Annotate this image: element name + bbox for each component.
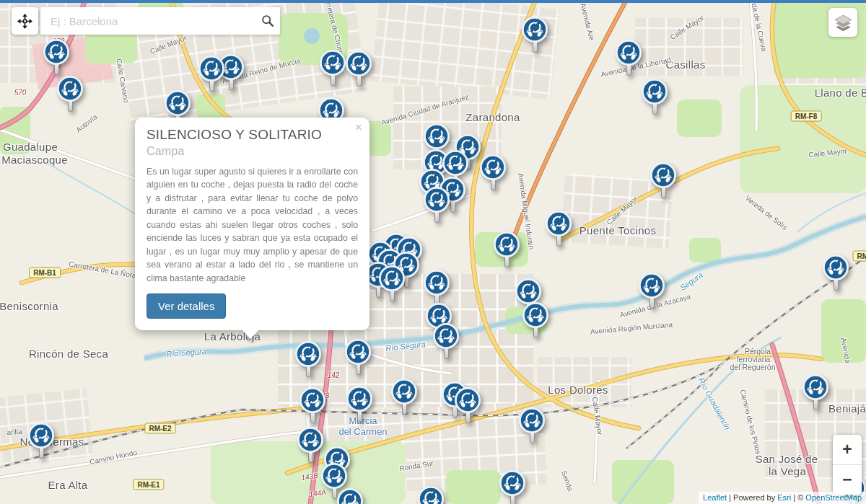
footprints-circle-icon	[299, 386, 326, 414]
footprints-circle-icon	[417, 485, 445, 504]
footprints-circle-icon	[56, 75, 84, 102]
map-marker[interactable]	[615, 39, 642, 79]
map-marker[interactable]	[299, 386, 326, 427]
place-popup: × SILENCIOSO Y SOLITARIO Campa Es un lug…	[135, 118, 369, 330]
map-marker[interactable]	[432, 322, 460, 363]
footprints-circle-icon	[545, 210, 572, 237]
footprints-circle-icon	[432, 322, 460, 350]
map-marker[interactable]	[346, 385, 373, 425]
popup-close-button[interactable]: ×	[355, 121, 362, 133]
map-marker[interactable]	[521, 16, 548, 56]
footprints-circle-icon	[346, 385, 373, 412]
footprints-circle-icon	[27, 422, 55, 449]
map-marker[interactable]	[802, 373, 829, 414]
esri-link[interactable]: Esri	[777, 493, 791, 502]
leaflet-link[interactable]: Leaflet	[703, 493, 727, 502]
map-marker[interactable]	[518, 407, 546, 447]
map-marker[interactable]	[479, 154, 507, 194]
footprints-circle-icon	[521, 16, 548, 43]
footprints-circle-icon	[650, 162, 677, 189]
map-marker[interactable]	[27, 422, 55, 462]
footprints-circle-icon	[802, 373, 829, 401]
map-marker[interactable]	[493, 231, 520, 271]
map-marker[interactable]	[390, 378, 418, 418]
footprints-circle-icon	[522, 301, 549, 329]
map-marker[interactable]	[336, 487, 364, 504]
map-marker[interactable]	[545, 210, 572, 250]
map-markers	[0, 0, 866, 504]
layers-control[interactable]	[828, 8, 857, 37]
footprints-circle-icon	[344, 338, 372, 366]
map-marker[interactable]	[638, 272, 665, 312]
footprints-circle-icon	[423, 186, 450, 213]
footprints-circle-icon	[638, 272, 665, 299]
map-marker[interactable]	[822, 254, 849, 294]
move-crosshair-icon	[17, 13, 33, 30]
popup-tail	[242, 330, 259, 339]
zoom-in-button[interactable]: +	[833, 435, 862, 464]
top-accent-bar	[0, 0, 866, 3]
map-marker[interactable]	[417, 485, 445, 504]
popup-subtitle: Campa	[146, 145, 185, 157]
footprints-circle-icon	[43, 38, 70, 66]
map-marker[interactable]	[56, 75, 84, 115]
locate-button[interactable]	[12, 7, 38, 35]
map-marker[interactable]	[43, 38, 70, 79]
footprints-circle-icon	[423, 269, 450, 296]
attribution-separator: |	[727, 493, 733, 502]
footprints-circle-icon	[336, 487, 364, 504]
map-app: GuadalupeMaciascoqueZarandonaCasillasLla…	[0, 0, 866, 504]
footprints-circle-icon	[320, 462, 348, 490]
map-marker[interactable]	[522, 301, 549, 342]
openstreetmap-link[interactable]: OpenStreetMap	[805, 493, 862, 502]
footprints-circle-icon	[454, 386, 481, 414]
attribution-copy: | ©	[791, 493, 805, 502]
popup-header: SILENCIOSO Y SOLITARIO Campa	[146, 127, 358, 159]
map-marker[interactable]	[297, 426, 324, 467]
map-marker[interactable]	[198, 55, 225, 95]
footprints-circle-icon	[297, 426, 324, 454]
footprints-circle-icon	[164, 89, 191, 117]
map-marker[interactable]	[650, 162, 677, 202]
footprints-circle-icon	[479, 154, 507, 181]
map-marker[interactable]	[345, 50, 372, 90]
powered-by-text: Powered by	[733, 493, 777, 502]
footprints-circle-icon	[294, 340, 322, 368]
map-marker[interactable]	[423, 186, 450, 226]
footprints-circle-icon	[390, 378, 418, 405]
map-marker[interactable]	[344, 338, 372, 379]
layers-icon	[834, 13, 853, 32]
ver-detalles-button[interactable]: Ver detalles	[146, 293, 226, 319]
footprints-circle-icon	[822, 254, 849, 281]
attribution: Leaflet | Powered by Esri | © OpenStreet…	[699, 492, 866, 504]
map-marker[interactable]	[294, 340, 322, 381]
footprints-circle-icon	[423, 123, 450, 150]
search-input[interactable]	[40, 15, 255, 27]
popup-description: Es un lugar super agusto si quieres ir a…	[146, 165, 358, 285]
zoom-control: + −	[833, 435, 862, 495]
footprints-circle-icon	[319, 49, 346, 76]
footprints-circle-icon	[518, 407, 546, 434]
search-icon[interactable]	[255, 14, 280, 28]
map-marker[interactable]	[319, 49, 346, 89]
map-marker[interactable]	[454, 386, 481, 427]
map-marker[interactable]	[499, 469, 526, 504]
popup-title: SILENCIOSO Y SOLITARIO	[146, 127, 322, 142]
footprints-circle-icon	[378, 265, 406, 292]
footprints-circle-icon	[345, 50, 372, 77]
footprints-circle-icon	[499, 469, 526, 497]
footprints-circle-icon	[493, 231, 520, 258]
map-marker[interactable]	[641, 78, 668, 118]
footprints-circle-icon	[615, 39, 642, 66]
footprints-circle-icon	[198, 55, 225, 82]
search-bar	[40, 7, 280, 35]
footprints-circle-icon	[641, 78, 668, 105]
zoom-out-button[interactable]: −	[833, 465, 862, 495]
map-marker[interactable]	[378, 265, 406, 305]
